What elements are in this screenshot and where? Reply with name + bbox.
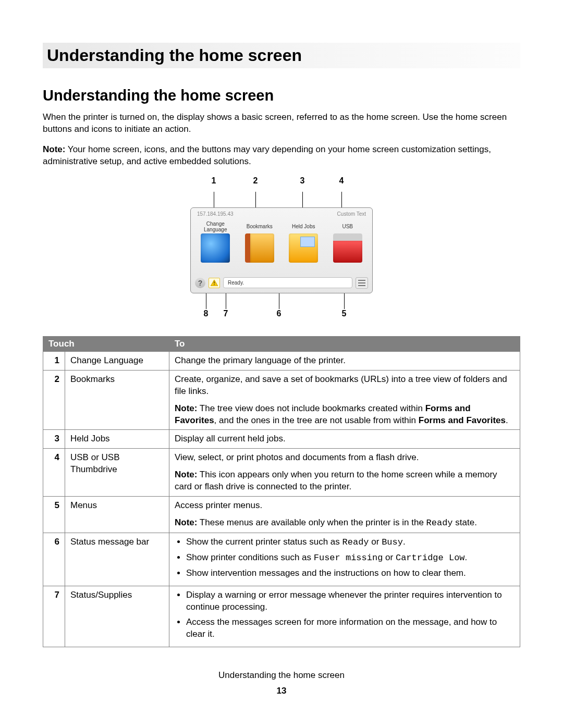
bookmark-icon xyxy=(245,233,274,263)
col-to: To xyxy=(169,336,520,351)
bullet: Display a warning or error message whene… xyxy=(186,589,515,613)
table-row: 7 Status/Supplies Display a warning or e… xyxy=(43,586,520,647)
note-text: state. xyxy=(453,517,477,527)
bullet-text: . xyxy=(465,552,468,562)
row-bullets: Show the current printer status such as … xyxy=(175,536,515,579)
row-desc-text: Create, organize, and save a set of book… xyxy=(175,374,515,398)
warning-icon[interactable] xyxy=(209,278,220,288)
row-name: Change Language xyxy=(65,351,169,370)
row-number: 6 xyxy=(43,533,65,586)
callout-leaders-top xyxy=(190,192,373,207)
row-name: USB or USB Thumbdrive xyxy=(65,449,169,497)
callout-leaders-bottom xyxy=(190,293,373,309)
table-header-row: Touch To xyxy=(43,336,520,351)
bullet-text: Show the current printer status such as xyxy=(186,537,342,547)
home-screen-figure: 1 2 3 4 157.184.195.43 Custom Text Chang… xyxy=(190,176,373,325)
note-text: The tree view does not include bookmarks… xyxy=(197,403,425,413)
row-number: 5 xyxy=(43,497,65,533)
device-ip: 157.184.195.43 xyxy=(197,211,234,217)
row-number: 3 xyxy=(43,430,65,449)
note-label: Note: xyxy=(175,403,197,413)
row-desc: View, select, or print photos and docume… xyxy=(169,449,520,497)
row-bullets: Display a warning or error message whene… xyxy=(175,589,515,640)
bullet: Show the current printer status such as … xyxy=(186,536,515,549)
section-heading: Understanding the home screen xyxy=(43,87,520,104)
row-note: Note: This icon appears only when you re… xyxy=(175,469,515,493)
home-screen-reference-table: Touch To 1 Change Language Change the pr… xyxy=(43,336,520,647)
callout-7: 7 xyxy=(224,309,228,318)
bullet-text: or xyxy=(383,552,396,562)
svg-rect-2 xyxy=(214,284,214,285)
table-row: 4 USB or USB Thumbdrive View, select, or… xyxy=(43,449,520,497)
note-text: Your home screen, icons, and the buttons… xyxy=(43,144,491,166)
row-name: Held Jobs xyxy=(65,430,169,449)
note-text: . xyxy=(506,415,508,425)
row-number: 7 xyxy=(43,586,65,647)
table-row: 3 Held Jobs Display all current held job… xyxy=(43,430,520,449)
table-row: 6 Status message bar Show the current pr… xyxy=(43,533,520,586)
bullet: Access the messages screen for more info… xyxy=(186,616,515,640)
ready-state: Ready xyxy=(426,518,453,528)
callout-4: 4 xyxy=(339,176,344,186)
running-footer: Understanding the home screen xyxy=(43,670,520,681)
svg-rect-1 xyxy=(214,281,214,283)
note-text: , and the ones in the tree are not usabl… xyxy=(214,415,419,425)
callout-1: 1 xyxy=(212,176,216,186)
row-desc: Display a warning or error message whene… xyxy=(169,586,520,647)
table-row: 2 Bookmarks Create, organize, and save a… xyxy=(43,370,520,430)
home-item-label: Bookmarks xyxy=(240,221,279,232)
device-custom-text: Custom Text xyxy=(337,211,366,217)
row-desc: Show the current printer status such as … xyxy=(169,533,520,586)
status-message-bar[interactable]: Ready. xyxy=(223,277,352,288)
help-icon[interactable]: ? xyxy=(195,278,205,288)
callout-8: 8 xyxy=(204,309,209,318)
bullet-text: or xyxy=(369,537,382,547)
row-desc-text: View, select, or print photos and docume… xyxy=(175,452,515,464)
table-row: 1 Change Language Change the primary lan… xyxy=(43,351,520,370)
note-paragraph: Note: Your home screen, icons, and the b… xyxy=(43,144,520,168)
home-item-usb[interactable]: USB xyxy=(328,221,367,263)
row-desc-text: Access printer menus. xyxy=(175,500,515,512)
callout-5: 5 xyxy=(342,309,347,318)
note-text: This icon appears only when you return t… xyxy=(175,470,497,491)
table-row: 5 Menus Access printer menus. Note: Thes… xyxy=(43,497,520,533)
note-label: Note: xyxy=(43,144,65,154)
home-item-change-language[interactable]: Change Language xyxy=(196,221,235,263)
page-footer: Understanding the home screen 13 xyxy=(43,670,520,696)
row-desc: Change the primary language of the print… xyxy=(169,351,520,370)
status-ready: Ready xyxy=(342,537,369,547)
status-cartridge-low: Cartridge Low xyxy=(396,553,465,563)
row-name: Status message bar xyxy=(65,533,169,586)
row-name: Menus xyxy=(65,497,169,533)
callout-2: 2 xyxy=(253,176,258,186)
bullet-text: . xyxy=(403,537,406,547)
row-number: 2 xyxy=(43,370,65,430)
globe-icon xyxy=(201,233,230,263)
row-desc: Create, organize, and save a set of book… xyxy=(169,370,520,430)
row-name: Status/Supplies xyxy=(65,586,169,647)
forms-favorites-ref: Forms and Favorites xyxy=(419,415,506,425)
bullet-text: Show printer conditions such as xyxy=(186,552,314,562)
device-icons-row: Change Language Bookmarks Held Jobs USB xyxy=(195,219,368,263)
callouts-top: 1 2 3 4 xyxy=(190,176,373,192)
intro-paragraph: When the printer is turned on, the displ… xyxy=(43,112,520,135)
callout-6: 6 xyxy=(277,309,282,318)
device-topbar: 157.184.195.43 Custom Text xyxy=(195,211,368,219)
home-item-held-jobs[interactable]: Held Jobs xyxy=(284,221,323,263)
chapter-title: Understanding the home screen xyxy=(43,43,520,68)
printer-home-screen: 157.184.195.43 Custom Text Change Langua… xyxy=(190,207,373,293)
document-page: Understanding the home screen Understand… xyxy=(0,0,563,717)
menu-icon[interactable] xyxy=(356,277,368,289)
home-item-label: Change Language xyxy=(196,221,235,232)
home-item-bookmarks[interactable]: Bookmarks xyxy=(240,221,279,263)
row-note: Note: The tree view does not include boo… xyxy=(175,403,515,427)
callouts-bottom: 8 7 6 5 xyxy=(190,309,373,325)
bullet: Show intervention messages and the instr… xyxy=(186,567,515,579)
status-fuser-missing: Fuser missing xyxy=(314,553,383,563)
row-number: 1 xyxy=(43,351,65,370)
row-name: Bookmarks xyxy=(65,370,169,430)
row-number: 4 xyxy=(43,449,65,497)
device-status-row: ? Ready. xyxy=(195,277,368,289)
col-touch: Touch xyxy=(43,336,169,351)
row-desc: Display all current held jobs. xyxy=(169,430,520,449)
